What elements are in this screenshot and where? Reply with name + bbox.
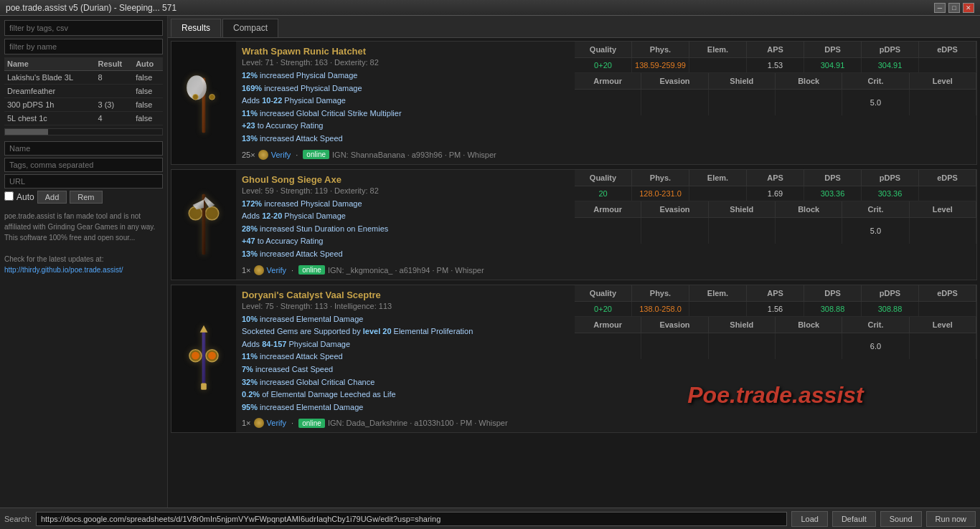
filter-tags-input[interactable] (4, 20, 163, 36)
item-mod: Adds 84-157 Physical Damage (242, 338, 569, 351)
sidebar-scrollbar[interactable] (4, 128, 163, 135)
block-header: Block (776, 317, 842, 333)
item-details: Doryani's Catalyst Vaal Sceptre Level: 7… (236, 285, 575, 433)
filter-name-input[interactable] (4, 39, 163, 54)
name-input[interactable] (4, 141, 163, 156)
shield-value (709, 333, 776, 359)
item-stats: Quality Phys. Elem. APS DPS pDPS eDPS 0+… (575, 42, 976, 164)
rem-button[interactable]: Rem (70, 191, 102, 204)
price-amount: 1× (242, 419, 251, 427)
auto-checkbox[interactable] (4, 191, 14, 201)
item-stats: Quality Phys. Elem. APS DPS pDPS eDPS 0+… (575, 285, 976, 433)
aps-header: APS (747, 285, 804, 301)
tab-compact[interactable]: Compact (222, 19, 278, 37)
table-row[interactable]: 300 pDPS 1h3 (3)false (4, 98, 163, 112)
shield-value (709, 218, 776, 244)
crit-value: 5.0 (842, 218, 909, 244)
item-name: Doryani's Catalyst Vaal Sceptre (242, 290, 569, 300)
svg-rect-16 (201, 383, 207, 390)
ign-text: IGN: ShannaBanana · a993h96 · PM · Whisp… (332, 151, 496, 159)
maximize-button[interactable]: □ (948, 3, 960, 13)
item-mod: 11% increased Global Critical Strike Mul… (242, 108, 569, 120)
crit-value: 5.0 (842, 90, 909, 115)
run-now-button[interactable]: Run now (926, 511, 976, 527)
sound-button[interactable]: Sound (880, 511, 922, 527)
auto-checkbox-container: Auto (4, 191, 34, 203)
verify-link[interactable]: Verify (271, 151, 291, 159)
crit-header: Crit. (842, 73, 909, 89)
items-list: Wrath Spawn Runic Hatchet Level: 71 · St… (168, 38, 980, 507)
aps-header: APS (747, 42, 804, 57)
update-link[interactable]: http://thirdy.github.io/poe.trade.assist… (4, 266, 123, 274)
item-mod: 95% increased Elemental Damage (242, 401, 569, 414)
svg-point-5 (189, 206, 202, 219)
load-button[interactable]: Load (791, 511, 827, 527)
currency-icon (258, 150, 268, 160)
item-mod: 169% increased Physical Damage (242, 82, 569, 95)
shield-value (709, 90, 776, 115)
row-name: Lakishu's Blade 3L (4, 71, 95, 85)
sidebar: Name Result Auto Lakishu's Blade 3L8fals… (0, 16, 168, 507)
item-level: Level: 71 · Strength: 163 · Dexterity: 8… (242, 58, 569, 67)
col-name: Name (4, 57, 95, 71)
svg-point-2 (188, 77, 204, 97)
currency-icon (254, 265, 264, 275)
brand-logo: Poe.trade.assist (673, 368, 877, 423)
item-image (171, 42, 236, 164)
status-badge: online (298, 419, 325, 428)
table-row[interactable]: Lakishu's Blade 3L8false (4, 71, 163, 85)
table-row[interactable]: 5L chest 1c4false (4, 112, 163, 125)
edps-header: eDPS (919, 285, 976, 301)
edps-header: eDPS (919, 170, 976, 186)
item-mod: Adds 10-22 Physical Damage (242, 95, 569, 108)
title-bar: poe.trade.assist v5 (Durian) - Sleeping.… (0, 0, 980, 16)
svg-marker-15 (200, 325, 208, 333)
phys-value: 138.59-259.99 (632, 58, 689, 72)
item-mod: +47 to Accuracy Rating (242, 235, 569, 248)
level-header: Level (910, 201, 976, 217)
add-button[interactable]: Add (37, 191, 67, 204)
tags-input[interactable] (4, 158, 163, 172)
item-price: 1× Verify · online IGN: Dada_Darkshrine … (242, 418, 569, 428)
status-badge: online (298, 265, 325, 275)
block-header: Block (776, 201, 842, 217)
quality-header: Quality (575, 170, 632, 186)
window-controls[interactable]: ─ □ ✕ (934, 3, 974, 13)
tab-results[interactable]: Results (171, 19, 221, 37)
svg-point-3 (193, 95, 199, 100)
list-item: Wrath Spawn Runic Hatchet Level: 71 · St… (171, 41, 977, 165)
pdps-value: 304.91 (862, 58, 919, 72)
shield-header: Shield (709, 201, 776, 217)
scrollbar-thumb (5, 129, 48, 135)
app-body: Name Result Auto Lakishu's Blade 3L8fals… (0, 16, 980, 507)
close-button[interactable]: ✕ (963, 3, 974, 13)
shield-header: Shield (709, 317, 776, 333)
dps-value: 304.91 (804, 58, 862, 72)
row-auto: false (133, 71, 163, 85)
armour-value (575, 90, 641, 115)
app-title: poe.trade.assist v5 (Durian) - Sleeping.… (6, 3, 934, 13)
pdps-header: pDPS (862, 170, 919, 186)
search-url-input[interactable] (36, 512, 788, 526)
verify-link[interactable]: Verify (267, 266, 287, 275)
check-text: Check for the latest updates at: (4, 254, 163, 264)
item-details: Wrath Spawn Runic Hatchet Level: 71 · St… (236, 42, 575, 164)
row-auto: false (133, 98, 163, 112)
url-input[interactable] (4, 174, 163, 189)
table-row[interactable]: Dreamfeatherfalse (4, 85, 163, 98)
item-image (171, 170, 236, 280)
dps-value: 303.36 (804, 186, 862, 201)
item-mod: 13% increased Attack Speed (242, 248, 569, 261)
item-mod: Socketed Gems are Supported by level 20 … (242, 325, 569, 338)
verify-link[interactable]: Verify (267, 419, 287, 427)
armour-value (575, 218, 641, 244)
default-button[interactable]: Default (832, 511, 876, 527)
item-mod: 12% increased Physical Damage (242, 70, 569, 82)
quality-header: Quality (575, 42, 632, 57)
svg-point-4 (209, 95, 215, 100)
minimize-button[interactable]: ─ (934, 3, 946, 13)
row-auto: false (133, 85, 163, 98)
item-mod: 13% increased Attack Speed (242, 133, 569, 146)
pdps-header: pDPS (862, 42, 919, 57)
item-mod: 0.2% of Elemental Damage Leeched as Life (242, 389, 569, 401)
